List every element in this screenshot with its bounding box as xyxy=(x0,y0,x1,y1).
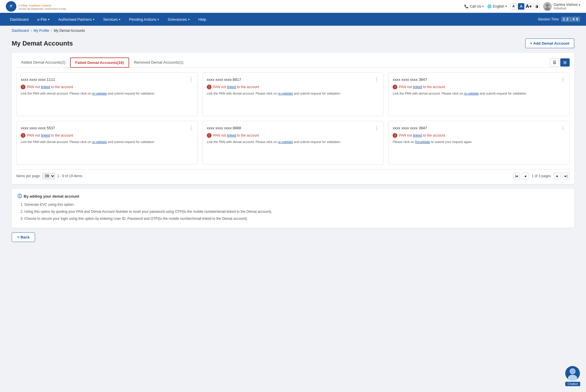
more-options-icon[interactable]: ⋮ xyxy=(561,77,565,82)
breadcrumb-separator: › xyxy=(31,29,32,33)
contrast-button[interactable]: ◑ xyxy=(533,3,540,10)
pagination-controls: |◂ ◂ 1 of 3 pages ▸ ▸| xyxy=(513,173,570,180)
tabs: Added Demat Accounts(2) Failed Demat Acc… xyxy=(16,58,188,67)
call-us-button[interactable]: 📞 Call Us ▾ xyxy=(464,4,484,8)
card-header-row: xxxx xxxx xxxx 5537 ⋮ xyxy=(21,125,193,131)
tab-failed-demat[interactable]: Failed Demat Accounts(18) xyxy=(70,58,129,68)
page-header: My Demat Accounts + Add Demat Account xyxy=(12,39,574,48)
logo-icon: IT xyxy=(6,1,16,12)
breadcrumb-my-profile[interactable]: My Profile xyxy=(34,29,49,33)
user-details: Garima Vishnoi ▾ Individual xyxy=(554,3,580,10)
revalidate-link[interactable]: re-validate xyxy=(92,140,107,144)
first-page-button[interactable]: |◂ xyxy=(513,173,520,180)
back-button[interactable]: < Back xyxy=(12,232,35,242)
breadcrumb: Dashboard › My Profile › My Demat Accoun… xyxy=(0,26,586,36)
card-description: Link the PAN with demat account. Please … xyxy=(393,91,565,96)
linked-link[interactable]: linked xyxy=(413,133,422,137)
linked-link[interactable]: linked xyxy=(41,85,50,89)
error-icon: ! xyxy=(21,85,25,89)
tab-added-demat[interactable]: Added Demat Accounts(2) xyxy=(16,58,70,67)
error-icon: ! xyxy=(207,133,211,138)
font-large-button[interactable]: A+ xyxy=(526,3,532,10)
font-controls: A A A+ ◑ xyxy=(510,3,540,10)
card-description: Please click on Revalidate to submit you… xyxy=(393,140,565,144)
nav-item-grievances[interactable]: Grievances ▾ xyxy=(164,13,194,26)
error-text: PAN not linked to the account xyxy=(213,85,259,89)
linked-link[interactable]: linked xyxy=(227,85,236,89)
session-timer: Session Time 1 2 : 4 9 xyxy=(538,17,580,22)
error-icon: ! xyxy=(21,133,25,138)
card-description: Link the PAN with demat account. Please … xyxy=(207,140,379,144)
chevron-down-icon: ▾ xyxy=(48,18,49,21)
font-medium-button[interactable]: A xyxy=(518,3,524,10)
nav-bar: Dashboard e-File ▾ Authorised Partners ▾… xyxy=(0,13,586,26)
demat-card: xxxx xxxx xxxx 8888 ⋮ ! PAN not linked t… xyxy=(202,121,384,165)
info-list-item: 3. Choose to secure your login using thi… xyxy=(20,216,568,221)
nav-item-dashboard[interactable]: Dashboard xyxy=(6,13,33,26)
chevron-down-icon: ▾ xyxy=(188,18,190,21)
more-options-icon[interactable]: ⋮ xyxy=(189,125,193,131)
chevron-down-icon: ▾ xyxy=(93,18,94,21)
linked-link[interactable]: linked xyxy=(41,133,50,137)
breadcrumb-current: My Demat Accounts xyxy=(54,29,85,33)
last-page-button[interactable]: ▸| xyxy=(563,173,570,180)
next-page-button[interactable]: ▸ xyxy=(554,173,561,180)
revalidate-link[interactable]: Revalidate xyxy=(415,140,430,144)
card-header-row: xxxx xxxx xxxx 8817 ⋮ xyxy=(207,77,379,82)
more-options-icon[interactable]: ⋮ xyxy=(561,125,565,131)
account-number: xxxx xxxx xxxx 8817 xyxy=(207,77,241,82)
info-box: ⓘ By adding your demat account 1. Genera… xyxy=(12,189,574,228)
top-bar-right: 📞 Call Us ▾ 🌐 English ▾ A A A+ ◑ xyxy=(464,2,580,11)
error-text: PAN not linked to the account xyxy=(399,133,445,137)
nav-item-authorised-partners[interactable]: Authorised Partners ▾ xyxy=(54,13,98,26)
pagination-row: Items per page: 09 18 27 1 - 9 of 19 ite… xyxy=(16,169,570,180)
account-number: xxxx xxxx xxxx 3847 xyxy=(393,77,427,82)
chevron-down-icon: ▾ xyxy=(579,3,580,6)
tab-removed-demat[interactable]: Removed Demat Accounts(1) xyxy=(129,58,188,67)
demat-card: xxxx xxxx xxxx 1111 ⋮ ! PAN not linked t… xyxy=(16,72,198,116)
error-row: ! PAN not linked to the account xyxy=(207,133,379,138)
revalidate-link[interactable]: re-validate xyxy=(278,92,293,95)
more-options-icon[interactable]: ⋮ xyxy=(375,125,379,131)
info-title: ⓘ By adding your demat account xyxy=(18,194,568,199)
nav-items: Dashboard e-File ▾ Authorised Partners ▾… xyxy=(6,13,210,26)
prev-page-button[interactable]: ◂ xyxy=(522,173,529,180)
linked-link[interactable]: linked xyxy=(227,133,236,137)
nav-item-services[interactable]: Services ▾ xyxy=(99,13,124,26)
more-options-icon[interactable]: ⋮ xyxy=(189,77,193,82)
chevron-down-icon: ▾ xyxy=(157,18,159,21)
back-btn-row: < Back xyxy=(12,232,574,242)
globe-icon: 🌐 xyxy=(487,4,492,8)
account-number: xxxx xxxx xxxx 5537 xyxy=(21,126,55,130)
nav-item-help[interactable]: Help xyxy=(194,13,210,26)
account-number: xxxx xxxx xxxx 3847 xyxy=(393,126,427,130)
logo-text: e-Filing Anywhere. Anytime. Income Tax D… xyxy=(19,2,66,10)
breadcrumb-separator: › xyxy=(51,29,52,33)
svg-point-1 xyxy=(546,4,549,7)
linked-link[interactable]: linked xyxy=(413,85,422,89)
more-options-icon[interactable]: ⋮ xyxy=(375,77,379,82)
error-icon: ! xyxy=(393,85,397,89)
add-demat-account-button[interactable]: + Add Demat Account xyxy=(525,39,574,48)
breadcrumb-dashboard[interactable]: Dashboard xyxy=(12,29,29,33)
nav-item-efile[interactable]: e-File ▾ xyxy=(33,13,54,26)
items-per-page: Items per page: 09 18 27 1 - 9 of 19 ite… xyxy=(16,173,82,179)
revalidate-link[interactable]: re-validate xyxy=(278,140,293,144)
info-list: 1. Generate EVC using this option.2. Usi… xyxy=(18,202,568,221)
grid-view-button[interactable]: ⊞ xyxy=(560,58,570,67)
user-info: Garima Vishnoi ▾ Individual xyxy=(543,2,580,11)
card-container: Added Demat Accounts(2) Failed Demat Acc… xyxy=(12,53,574,184)
font-small-button[interactable]: A xyxy=(510,3,517,10)
demat-card: xxxx xxxx xxxx 3847 ⋮ ! PAN not linked t… xyxy=(388,121,570,165)
list-view-button[interactable]: ☰ xyxy=(550,58,559,67)
card-description: Link the PAN with demat account. Please … xyxy=(207,91,379,96)
nav-item-pending-actions[interactable]: Pending Actions ▾ xyxy=(125,13,163,26)
tabs-row: Added Demat Accounts(2) Failed Demat Acc… xyxy=(16,58,570,68)
revalidate-link[interactable]: re-validate xyxy=(92,92,107,95)
language-selector[interactable]: 🌐 English ▾ xyxy=(487,4,507,8)
chevron-down-icon: ▾ xyxy=(505,5,507,8)
revalidate-link[interactable]: re-validate xyxy=(464,92,479,95)
per-page-select[interactable]: 09 18 27 xyxy=(42,173,55,179)
error-row: ! PAN not linked to the account xyxy=(393,133,565,138)
card-description: Link the PAN with demat account. Please … xyxy=(21,140,193,144)
